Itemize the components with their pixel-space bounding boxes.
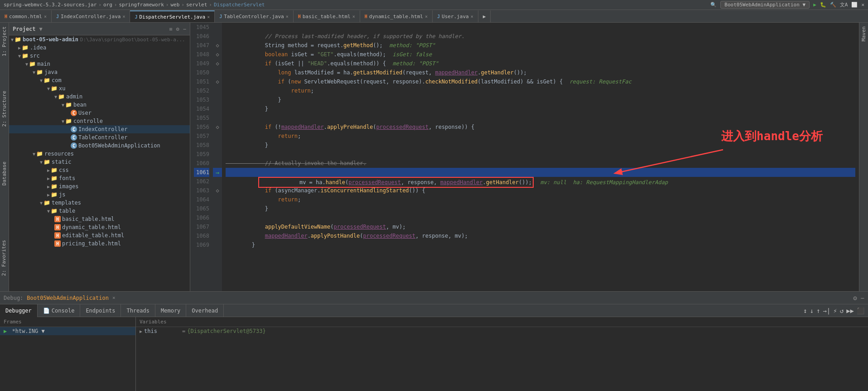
tree-item-resources[interactable]: ▼ 📁 resources bbox=[9, 150, 190, 158]
tree-item-templates[interactable]: ▼ 📁 templates bbox=[9, 199, 190, 207]
tree-item-main[interactable]: ▼ 📁 main bbox=[9, 60, 190, 68]
variable-row-this[interactable]: ▶ this = {DispatcherServlet@5733} bbox=[136, 327, 868, 335]
breadcrumb-jar[interactable]: spring-webmvc-5.3.2-sources.jar bbox=[4, 2, 96, 8]
database-panel-label[interactable]: Database bbox=[0, 160, 8, 187]
tab-user[interactable]: J User.java × bbox=[433, 10, 478, 22]
code-content[interactable]: // Process last-modified header, if supp… bbox=[222, 23, 859, 291]
close-icon[interactable]: ✕ bbox=[861, 2, 864, 8]
project-panel-label[interactable]: 1: Project bbox=[0, 24, 8, 58]
tree-item-controlle[interactable]: ▼ 📁 controlle bbox=[9, 117, 190, 125]
frames-panel: Frames ▶ *htw.ING ▼ bbox=[0, 317, 136, 391]
maximize-icon[interactable]: ⬜ bbox=[851, 2, 858, 8]
tree-item-java[interactable]: ▼ 📁 java bbox=[9, 68, 190, 76]
idea-folder-icon: 📁 bbox=[22, 44, 29, 51]
debug-run-to-cursor-icon[interactable]: →| bbox=[823, 307, 830, 314]
debug-evaluate-icon[interactable]: ⚡ bbox=[833, 307, 837, 314]
tab-basic-table[interactable]: H basic_table.html × bbox=[294, 10, 360, 22]
table-folder-icon: 📁 bbox=[51, 208, 58, 214]
close-user-tab[interactable]: × bbox=[471, 14, 473, 19]
tree-item-pricing-table-html[interactable]: H pricing_table.html bbox=[9, 239, 190, 248]
run-icon[interactable]: ▶ bbox=[813, 2, 816, 8]
breadcrumb-web[interactable]: web bbox=[170, 2, 179, 8]
close-dispatcher-tab[interactable]: × bbox=[207, 15, 210, 20]
tree-item-bean[interactable]: ▼ 📁 bean bbox=[9, 101, 190, 109]
tree-item-src[interactable]: ▼ 📁 src bbox=[9, 52, 190, 60]
debug-tab-threads[interactable]: Threads bbox=[121, 304, 155, 317]
tabs-row: H common.html × J IndexController.java ×… bbox=[0, 10, 868, 23]
tab-more[interactable]: ▶ bbox=[478, 10, 491, 22]
sidebar-title: Project bbox=[13, 26, 36, 32]
tree-item-user[interactable]: C User bbox=[9, 109, 190, 117]
debug-tab-overhead[interactable]: Overhead bbox=[186, 304, 224, 317]
breadcrumb-class[interactable]: DispatcherServlet bbox=[214, 2, 265, 8]
com-arrow: ▼ bbox=[40, 78, 43, 83]
debug-step-over-icon[interactable]: ↕ bbox=[803, 307, 807, 314]
tab-indexcontroller[interactable]: J IndexController.java × bbox=[52, 10, 130, 22]
tree-item-static[interactable]: ▼ 📁 static bbox=[9, 158, 190, 166]
debug-stop-icon[interactable]: ⬛ bbox=[857, 307, 864, 314]
tree-item-idea[interactable]: ▶ 📁 .idea bbox=[9, 44, 190, 52]
tab-common-html[interactable]: H common.html × bbox=[0, 10, 52, 22]
code-line-1060: // Actually invoke the handler. bbox=[226, 159, 855, 168]
run-config[interactable]: Boot05WebAdminApplication ▼ bbox=[720, 1, 810, 9]
tree-item-js[interactable]: ▶ 📁 js bbox=[9, 191, 190, 199]
sidebar-close-icon[interactable]: − bbox=[183, 26, 186, 32]
variable-expand-icon[interactable]: ▶ bbox=[140, 329, 142, 334]
sidebar-dropdown-icon[interactable]: ▼ bbox=[39, 26, 43, 32]
sidebar-gear-icon[interactable]: ⚙ bbox=[176, 26, 179, 32]
translate-icon[interactable]: 文A bbox=[840, 1, 848, 8]
code-area[interactable]: 1045 1046 1047 1048 1049 1050 1051 1052 … bbox=[190, 23, 859, 291]
tab-dispatcherservlet[interactable]: J DispatcherServlet.java × bbox=[130, 10, 215, 22]
tree-item-fonts[interactable]: ▶ 📁 fonts bbox=[9, 174, 190, 182]
search-icon[interactable]: 🔍 bbox=[710, 2, 717, 8]
tree-item-basic-table-html[interactable]: H basic_table.html bbox=[9, 215, 190, 223]
tree-item-dynamic-table-html[interactable]: H dynamic_table.html bbox=[9, 223, 190, 231]
tree-item-table[interactable]: ▼ 📁 table bbox=[9, 207, 190, 215]
debug-tab-memory[interactable]: Memory bbox=[155, 304, 186, 317]
debug-tab-debugger[interactable]: Debugger bbox=[0, 304, 38, 317]
variable-name-this: this bbox=[144, 328, 180, 334]
tree-item-images[interactable]: ▶ 📁 images bbox=[9, 182, 190, 191]
tab-tablecontroller[interactable]: J TableController.java × bbox=[215, 10, 294, 22]
tree-item-editable-table-html[interactable]: H editable_table.html bbox=[9, 231, 190, 239]
debug-icon[interactable]: 🐛 bbox=[820, 2, 826, 8]
code-line-1059 bbox=[226, 150, 855, 159]
debug-settings-icon[interactable]: ⚙ bbox=[853, 294, 857, 302]
tree-item-css[interactable]: ▶ 📁 css bbox=[9, 166, 190, 174]
favorites-panel-label[interactable]: 2: Favorites bbox=[0, 238, 8, 278]
debug-close-tab-icon[interactable]: × bbox=[112, 295, 116, 301]
debug-rerun-icon[interactable]: ↺ bbox=[840, 307, 844, 314]
debug-step-into-icon[interactable]: ↓ bbox=[810, 307, 814, 314]
maven-panel-label[interactable]: Maven bbox=[860, 24, 868, 43]
tree-item-admin[interactable]: ▼ 📁 admin bbox=[9, 93, 190, 101]
tree-item-indexcontroller[interactable]: C IndexController bbox=[9, 125, 190, 133]
close-table-tab[interactable]: × bbox=[286, 14, 289, 19]
close-dynamic-tab[interactable]: × bbox=[425, 14, 428, 19]
tree-item-root[interactable]: ▼ 📁 boot-05-web-admin D:\Java\springBoot… bbox=[9, 35, 190, 44]
close-basic-tab[interactable]: × bbox=[352, 14, 355, 19]
tree-item-xu[interactable]: ▼ 📁 xu bbox=[9, 84, 190, 93]
build-icon[interactable]: 🔨 bbox=[830, 2, 836, 8]
debug-tab-endpoints[interactable]: Endpoints bbox=[80, 304, 121, 317]
tree-item-com[interactable]: ▼ 📁 com bbox=[9, 76, 190, 84]
table-arrow: ▼ bbox=[47, 209, 50, 214]
tab-dynamic-table[interactable]: H dynamic_table.html × bbox=[360, 10, 433, 22]
controlle-label: controlle bbox=[73, 118, 103, 124]
debug-resume-icon[interactable]: ▶▶ bbox=[846, 307, 854, 314]
debug-minimize-icon[interactable]: − bbox=[861, 294, 864, 302]
debug-step-out-icon[interactable]: ↑ bbox=[816, 307, 820, 314]
structure-panel-label[interactable]: 2: Structure bbox=[0, 89, 8, 128]
breadcrumb-springframework[interactable]: springframework bbox=[119, 2, 164, 8]
sidebar-collapse-icon[interactable]: ≡ bbox=[169, 26, 172, 32]
close-common-tab[interactable]: × bbox=[44, 14, 47, 19]
tab-icon-common: H bbox=[5, 14, 7, 19]
tree-item-tablecontroller[interactable]: C TableController bbox=[9, 133, 190, 142]
close-index-tab[interactable]: × bbox=[122, 14, 125, 19]
code-line-1063: if (asyncManager.isConcurrentHandlingSta… bbox=[226, 186, 855, 195]
tab-icon-basic: H bbox=[298, 14, 301, 19]
tree-item-bootapp[interactable]: C Boot05WebAdminApplication bbox=[9, 142, 190, 150]
frames-item-main[interactable]: ▶ *htw.ING ▼ bbox=[0, 327, 135, 335]
debug-tab-console[interactable]: 📄 Console bbox=[38, 304, 81, 317]
breadcrumb-servlet[interactable]: servlet bbox=[186, 2, 207, 8]
breadcrumb-org[interactable]: org bbox=[103, 2, 112, 8]
